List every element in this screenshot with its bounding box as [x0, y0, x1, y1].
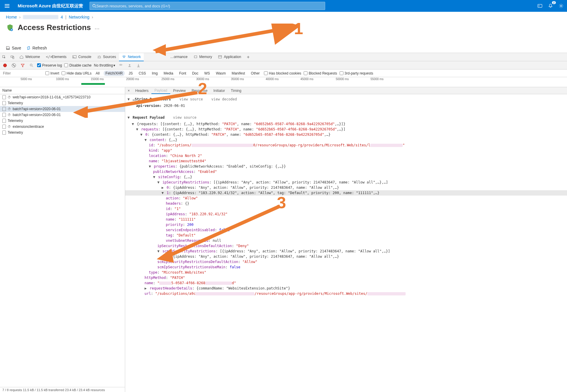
import-icon[interactable] [126, 63, 133, 67]
filter-css[interactable]: CSS [137, 71, 148, 76]
request-row[interactable]: Telemetry [0, 118, 125, 124]
json-row[interactable]: httpMethod: "PATCH" [125, 275, 567, 280]
third-party-checkbox[interactable]: 3rd-party requests [340, 71, 373, 75]
filter-input[interactable] [2, 71, 43, 76]
global-search[interactable] [90, 2, 325, 10]
blocked-cookies-checkbox[interactable]: Has blocked cookies [264, 71, 301, 75]
menu-button[interactable] [0, 0, 14, 12]
json-row[interactable]: vnetSubnetResourceId: null [125, 238, 567, 243]
request-row[interactable]: Telemetry [0, 130, 125, 135]
json-row[interactable]: scmIpSecurityRestrictionsDefaultAction: … [125, 259, 567, 264]
invert-checkbox[interactable]: Invert [45, 71, 59, 75]
json-row[interactable]: ▼ siteConfig: {,…} [125, 174, 567, 180]
tab-elements[interactable]: </>Elements [43, 53, 70, 61]
json-row[interactable]: ▼ content: {,…} [125, 137, 567, 143]
filter-all[interactable]: All [94, 71, 101, 76]
tab-headers[interactable]: Headers [132, 88, 151, 94]
request-row[interactable]: Telemetry [0, 100, 125, 106]
notifications-icon[interactable]: 2 [547, 2, 554, 9]
clear-button[interactable] [11, 63, 17, 67]
json-row[interactable]: ▼ 0: {content: {,…}, httpMethod: "PATCH"… [125, 132, 567, 137]
throttling-select[interactable]: No throttling▾ [94, 63, 115, 67]
json-row[interactable]: name: "111111" [125, 217, 567, 222]
filter-other[interactable]: Other [249, 71, 262, 76]
json-row[interactable]: ▼ 1: {ipAddress: "183.220.92.41/32", act… [125, 190, 567, 196]
json-row[interactable]: ▶ 0: {ipAddress: "Any", action: "Allow",… [125, 185, 567, 190]
json-row[interactable]: action: "Allow" [125, 196, 567, 201]
add-tab-icon[interactable]: + [244, 53, 252, 61]
breadcrumb-home[interactable]: Home [6, 15, 17, 19]
filter-media[interactable]: Media [162, 71, 175, 76]
json-row[interactable]: ▶ 0: {ipAddress: "Any", action: "Allow",… [125, 254, 567, 259]
export-icon[interactable] [135, 63, 142, 67]
tab-payload[interactable]: Payload [151, 87, 170, 94]
tab-application[interactable]: Application [215, 53, 244, 61]
filter-doc[interactable]: Doc [190, 71, 200, 76]
tab-sources[interactable]: Sources [94, 53, 119, 61]
json-row[interactable]: type: "Microsoft.Web/sites" [125, 270, 567, 275]
tab-timing[interactable]: Timing [228, 88, 244, 94]
json-row[interactable]: url: "/subscriptions/a9c/resourceGroups/… [125, 291, 567, 296]
filter-js[interactable]: JS [127, 71, 135, 76]
section-header[interactable]: ▼ Request Payload view source [125, 114, 567, 121]
filter-img[interactable]: Img [150, 71, 159, 76]
filter-manifest[interactable]: Manifest [230, 71, 247, 76]
inspect-icon[interactable] [0, 53, 8, 61]
json-row[interactable]: ▼ ipSecurityRestrictions: [{ipAddress: "… [125, 180, 567, 185]
disable-cache-checkbox[interactable]: Disable cache [64, 63, 91, 67]
json-row[interactable]: location: "China North 2" [125, 153, 567, 158]
preserve-log-checkbox[interactable]: Preserve log [37, 63, 62, 67]
search-input[interactable] [96, 4, 323, 8]
json-row[interactable]: ▶ requestHeaderDetails: {commandName: "W… [125, 286, 567, 291]
json-row[interactable]: kind: "app" [125, 148, 567, 153]
json-row[interactable]: scmIpSecurityRestrictionsUseMain: false [125, 264, 567, 270]
json-row[interactable]: ipAddress: "183.220.92.41/32" [125, 211, 567, 217]
json-row[interactable]: ▼ properties: {publicNetworkAccess: "Ena… [125, 164, 567, 169]
filter-wasm[interactable]: Wasm [214, 71, 228, 76]
breadcrumb-networking[interactable]: Networking [69, 15, 89, 19]
network-conditions-icon[interactable] [118, 63, 124, 67]
tab-performance[interactable]: …ormance [167, 53, 191, 61]
cloud-shell-icon[interactable] [536, 2, 543, 9]
tab-response[interactable]: Response [189, 88, 210, 94]
device-icon[interactable] [8, 53, 16, 61]
json-row[interactable]: api-version: 2020-06-01 [125, 103, 567, 108]
settings-icon[interactable] [558, 2, 565, 9]
json-row[interactable]: priority: 200 [125, 222, 567, 227]
json-row[interactable]: id: "/subscriptions/0/resourceGroups/app… [125, 143, 567, 148]
refresh-button[interactable]: Refresh [27, 46, 47, 50]
record-button[interactable] [2, 64, 8, 67]
filter-font[interactable]: Font [177, 71, 188, 76]
tab-memory[interactable]: Memory [191, 53, 215, 61]
close-details[interactable]: × [125, 89, 132, 93]
save-button[interactable]: Save [6, 46, 21, 50]
tab-welcome[interactable]: Welcome [16, 53, 43, 61]
json-row[interactable]: name: "lbjavatimeouttest04" [125, 158, 567, 164]
section-header[interactable]: ▼ …String Parameters view source view de… [125, 95, 567, 103]
request-row[interactable]: ⏱extensionclienttrace [0, 124, 125, 130]
json-row[interactable]: ▼ requests: [{content: {,…}, httpMethod:… [125, 127, 567, 132]
page-more[interactable]: … [95, 24, 100, 31]
search-button[interactable] [28, 63, 35, 67]
filter-toggle[interactable] [19, 63, 26, 67]
request-row[interactable]: ⏱web?api-version=2018-11-01&_=1675734223… [0, 94, 125, 100]
tab-initiator[interactable]: Initiator [210, 88, 228, 94]
json-row[interactable]: serviceEndpointDisabled: false [125, 227, 567, 233]
filter-fetch-xhr[interactable]: Fetch/XHR [104, 71, 125, 76]
json-row[interactable]: ipSecurityRestrictionsDefaultAction: "De… [125, 243, 567, 249]
blocked-requests-checkbox[interactable]: Blocked Requests [304, 71, 337, 75]
json-row[interactable]: tag: "Default" [125, 233, 567, 238]
network-timeline[interactable]: 5000 ms 10000 ms 15000 ms 20000 ms 25000… [0, 77, 567, 87]
request-row[interactable]: ⏱batch?api-version=2020-06-01 [0, 106, 125, 112]
tab-console[interactable]: Console [70, 53, 94, 61]
json-row[interactable]: ▼ {requests: [{content: {,…}, httpMethod… [125, 121, 567, 127]
tab-network[interactable]: Network [119, 53, 144, 61]
hide-data-urls-checkbox[interactable]: Hide data URLs [62, 71, 92, 75]
json-row[interactable]: name: "5-0587-4f66-8268d" [125, 280, 567, 286]
tab-preview[interactable]: Preview [170, 88, 189, 94]
json-row[interactable]: ▼ scmIpSecurityRestrictions: [{ipAddress… [125, 249, 567, 254]
json-row[interactable]: id: "1" [125, 206, 567, 211]
json-row[interactable]: publicNetworkAccess: "Enabled" [125, 169, 567, 174]
request-row[interactable]: ⏱batch?api-version=2020-06-01 [0, 112, 125, 118]
json-row[interactable]: headers: {} [125, 201, 567, 206]
